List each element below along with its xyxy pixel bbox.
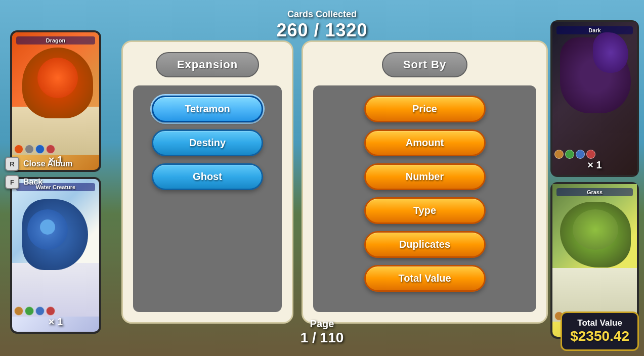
- close-album-label: Close Album: [23, 159, 72, 168]
- fire2-type-icon: [46, 306, 55, 316]
- back-label: Back: [23, 177, 42, 187]
- sortby-panel: Sort By Price Amount Number Type Duplica…: [302, 40, 548, 324]
- total-value-box: Total Value $2350.42: [561, 312, 639, 351]
- sortby-panel-body: Price Amount Number Type Duplicates Tota…: [313, 85, 536, 312]
- left-top-card: Dragon × 1: [10, 30, 101, 172]
- left-bottom-card: Water Creature × 1: [10, 177, 101, 334]
- sort-amount-button[interactable]: Amount: [364, 129, 486, 156]
- sort-type-button[interactable]: Type: [364, 197, 486, 224]
- sortby-header: Sort By: [382, 52, 467, 77]
- panels-container: Expansion Tetramon Destiny Ghost Sort By…: [121, 40, 548, 324]
- left-top-card-name: Dragon: [16, 36, 95, 45]
- expansion-tetramon-button[interactable]: Tetramon: [152, 96, 263, 122]
- right-top-card-count: × 1: [587, 159, 602, 171]
- close-album-button[interactable]: R Close Album: [5, 157, 72, 171]
- water2-type-icon: [35, 306, 45, 316]
- dark-type-icon: [46, 145, 55, 154]
- right-top-card-name: Dark: [556, 26, 633, 34]
- page-value: 1 / 110: [300, 330, 344, 346]
- f-key-icon: F: [5, 175, 19, 189]
- back-button[interactable]: F Back: [5, 175, 72, 189]
- left-bottom-card-icons: [14, 306, 97, 316]
- fire-type-icon: [14, 145, 23, 154]
- r-key-icon: R: [5, 157, 19, 171]
- ground-type-icon: [14, 306, 23, 316]
- cards-collected-value: 260 / 1320: [276, 20, 367, 41]
- water-type-icon: [35, 145, 45, 154]
- sort-duplicates-button[interactable]: Duplicates: [364, 231, 486, 258]
- cards-collected-display: Cards Collected 260 / 1320: [276, 9, 367, 41]
- expansion-panel: Expansion Tetramon Destiny Ghost: [121, 40, 293, 324]
- left-top-card-icons: [14, 145, 97, 154]
- right-top-card-icons: [554, 150, 635, 159]
- expansion-header: Expansion: [156, 52, 259, 77]
- right-cards-area: Dark × 1 Grass × 1: [543, 0, 644, 356]
- sort-number-button[interactable]: Number: [364, 163, 486, 190]
- left-bottom-card-count: × 1: [49, 316, 63, 328]
- right-bottom-card-name: Grass: [556, 188, 633, 196]
- total-value-label: Total Value: [570, 318, 629, 328]
- page-label: Page: [300, 318, 344, 330]
- page-indicator: Page 1 / 110: [300, 318, 344, 346]
- sort-price-button[interactable]: Price: [364, 96, 486, 122]
- cards-collected-label: Cards Collected: [276, 9, 367, 20]
- normal-type-icon: [25, 145, 34, 154]
- sort-total-value-button[interactable]: Total Value: [364, 265, 486, 292]
- grass-type-icon: [25, 306, 34, 316]
- expansion-ghost-button[interactable]: Ghost: [152, 163, 263, 190]
- bottom-controls: R Close Album F Back: [5, 157, 72, 189]
- expansion-panel-body: Tetramon Destiny Ghost: [133, 85, 282, 312]
- right-top-card: Dark × 1: [550, 20, 639, 177]
- total-value-amount: $2350.42: [570, 328, 629, 344]
- expansion-destiny-button[interactable]: Destiny: [152, 129, 263, 156]
